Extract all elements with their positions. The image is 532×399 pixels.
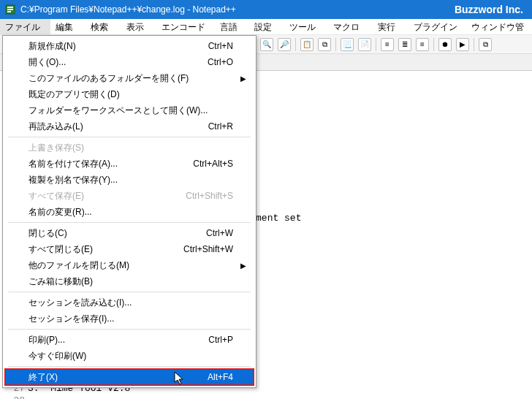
menu-entry-label: 閉じる(C) <box>28 227 206 240</box>
menu-entry[interactable]: 今すぐ印刷(W) <box>5 348 254 364</box>
svg-rect-1 <box>7 7 13 8</box>
menu-bar[interactable]: ファイル(F)編集(E)検索(S)表示(V)エンコード(N)言語(L)設定(T)… <box>0 19 532 35</box>
svg-rect-3 <box>7 11 11 12</box>
toolbar-button[interactable]: ⏺ <box>438 38 452 51</box>
menu-entry-shortcut: Ctrl+Shift+W <box>183 244 233 254</box>
menu-entry[interactable]: 終了(X)Alt+F4 <box>5 369 254 385</box>
menu-entry-label: 開く(O)... <box>28 56 208 69</box>
menu-entry[interactable]: 既定のアプリで開く(D) <box>5 86 254 102</box>
menu-entry-label: フォルダーをワークスペースとして開く(W)... <box>28 104 233 117</box>
menu-item[interactable]: ツール(O) <box>284 19 328 34</box>
file-menu-dropdown[interactable]: 新規作成(N)Ctrl+N開く(O)...Ctrl+Oこのファイルのあるフォルダ… <box>2 35 256 388</box>
menu-separator <box>8 292 251 292</box>
menu-entry[interactable]: 開く(O)...Ctrl+O <box>5 54 254 70</box>
toolbar-separator <box>295 38 296 51</box>
menu-entry-label: 既定のアプリで開く(D) <box>28 88 233 101</box>
title-bar: C:¥Program Files¥Notepad++¥change.log - … <box>0 0 532 19</box>
menu-entry[interactable]: 複製を別名で保存(Y)... <box>5 172 254 188</box>
menu-item[interactable]: 検索(S) <box>86 19 121 34</box>
menu-entry[interactable]: セッションを読み込む(I)... <box>5 294 254 311</box>
app-icon <box>4 4 16 15</box>
toolbar-button[interactable]: ≡ <box>416 38 429 51</box>
menu-entry[interactable]: セッションを保存(I)... <box>5 311 254 327</box>
menu-entry[interactable]: 再読み込み(L)Ctrl+R <box>5 118 254 134</box>
toolbar-button[interactable]: 📃 <box>341 38 354 51</box>
menu-separator <box>8 329 251 330</box>
menu-entry[interactable]: 名前を付けて保存(A)...Ctrl+Alt+S <box>5 156 254 172</box>
menu-entry-shortcut: Ctrl+Alt+S <box>193 159 233 169</box>
chevron-right-icon: ▶ <box>240 75 246 83</box>
menu-entry-label: すべて保存(E) <box>28 190 186 202</box>
menu-entry-shortcut: Ctrl+N <box>208 41 233 51</box>
toolbar-button[interactable]: 🔎 <box>278 38 291 51</box>
menu-entry-label: 印刷(P)... <box>28 334 208 346</box>
menu-entry-label: 上書き保存(S) <box>28 142 233 154</box>
menu-item[interactable]: 表示(V) <box>121 19 156 34</box>
menu-separator <box>8 222 251 223</box>
menu-entry[interactable]: ごみ箱に移動(B) <box>5 273 254 289</box>
menu-entry-shortcut: Ctrl+O <box>208 57 233 67</box>
toolbar-button[interactable]: ⧉ <box>318 38 331 51</box>
toolbar-separator <box>474 38 474 51</box>
menu-entry-label: 他のファイルを閉じる(M) <box>28 259 233 272</box>
toolbar-button[interactable]: ≡ <box>381 38 394 51</box>
menu-entry[interactable]: 印刷(P)...Ctrl+P <box>5 332 254 348</box>
menu-entry: すべて保存(E)Ctrl+Shift+S <box>5 188 254 204</box>
brand-label: Buzzword Inc. <box>455 4 528 15</box>
menu-entry-label: 新規作成(N) <box>28 40 208 53</box>
menu-entry-shortcut: Ctrl+W <box>206 228 233 238</box>
toolbar-separator <box>335 38 336 51</box>
menu-item[interactable]: マクロ(M) <box>328 19 373 34</box>
toolbar-button[interactable]: ▶ <box>456 38 469 51</box>
menu-entry-label: このファイルのあるフォルダーを開く(F) <box>28 72 233 85</box>
mouse-cursor <box>174 371 187 386</box>
menu-item[interactable]: ファイル(F) <box>0 19 50 34</box>
window-title: C:¥Program Files¥Notepad++¥change.log - … <box>20 4 455 15</box>
menu-separator <box>8 137 251 137</box>
menu-entry[interactable]: 閉じる(C)Ctrl+W <box>5 225 254 241</box>
toolbar-button[interactable]: ≣ <box>398 38 411 51</box>
menu-separator <box>8 366 251 367</box>
menu-item[interactable]: プラグイン(P) <box>408 19 466 34</box>
menu-entry-label: 名前を付けて保存(A)... <box>28 158 193 170</box>
menu-item[interactable]: ウィンドウ管理( <box>466 19 532 34</box>
chevron-right-icon: ▶ <box>240 262 246 270</box>
menu-item[interactable]: 実行(R) <box>373 19 408 34</box>
menu-item[interactable]: 設定(T) <box>249 19 284 34</box>
menu-entry-shortcut: Ctrl+P <box>208 335 233 345</box>
menu-entry-label: 複製を別名で保存(Y)... <box>28 174 233 186</box>
toolbar-button[interactable]: 📋 <box>300 38 314 51</box>
toolbar-button[interactable]: 📄 <box>358 38 371 51</box>
menu-entry[interactable]: このファイルのあるフォルダーを開く(F)▶ <box>5 70 254 86</box>
menu-entry-label: すべて閉じる(E) <box>28 243 183 256</box>
menu-entry-shortcut: Ctrl+R <box>208 121 233 132</box>
toolbar-button[interactable]: ⧉ <box>479 38 492 51</box>
menu-entry-shortcut: Alt+F4 <box>208 372 233 382</box>
menu-item[interactable]: 編集(E) <box>50 19 86 34</box>
menu-item[interactable]: 言語(L) <box>215 19 249 34</box>
menu-entry-label: 今すぐ印刷(W) <box>28 350 233 362</box>
menu-entry-label: セッションを読み込む(I)... <box>28 297 233 309</box>
menu-entry[interactable]: フォルダーをワークスペースとして開く(W)... <box>5 102 254 118</box>
menu-entry[interactable]: 他のファイルを閉じる(M)▶ <box>5 257 254 273</box>
menu-entry[interactable]: 名前の変更(R)... <box>5 204 254 220</box>
menu-entry-label: 名前の変更(R)... <box>28 206 233 218</box>
menu-entry-label: セッションを保存(I)... <box>28 313 233 325</box>
menu-entry: 上書き保存(S) <box>5 140 254 156</box>
menu-item[interactable]: エンコード(N) <box>156 19 215 34</box>
toolbar-separator <box>433 38 434 51</box>
toolbar-separator <box>376 38 376 51</box>
svg-rect-2 <box>7 9 13 10</box>
menu-entry-label: 再読み込み(L) <box>28 121 208 133</box>
toolbar-button[interactable]: 🔍 <box>260 38 273 51</box>
menu-entry[interactable]: すべて閉じる(E)Ctrl+Shift+W <box>5 241 254 257</box>
menu-entry[interactable]: 新規作成(N)Ctrl+N <box>5 38 254 54</box>
menu-entry-label: ごみ箱に移動(B) <box>28 276 233 288</box>
menu-entry-shortcut: Ctrl+Shift+S <box>186 191 233 201</box>
